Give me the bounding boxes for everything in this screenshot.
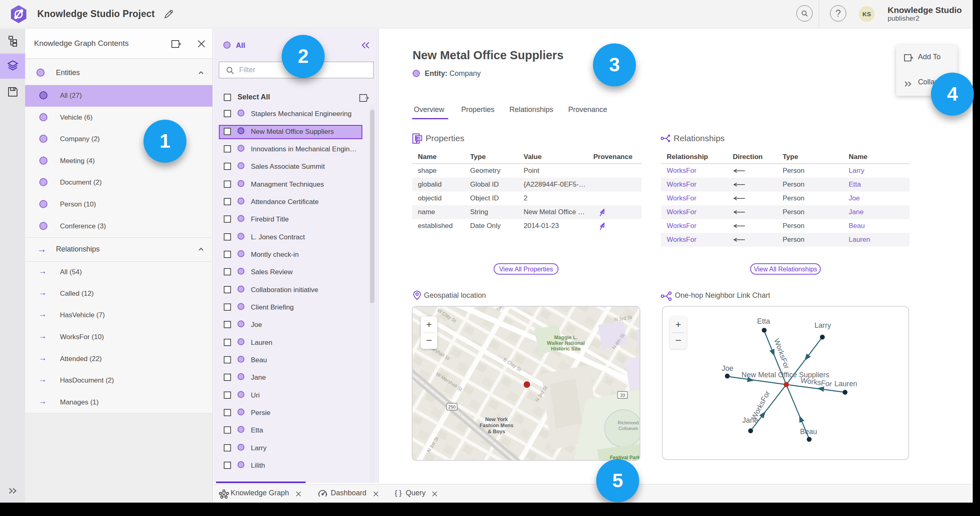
svg-text:Coliseum: Coliseum (618, 426, 638, 431)
svg-text:Walker National: Walker National (547, 340, 584, 346)
svg-text:Lauren: Lauren (834, 380, 857, 388)
svg-text:Richmond: Richmond (618, 420, 639, 425)
svg-text:& Boys: & Boys (488, 429, 505, 434)
svg-text:Maggie L.: Maggie L. (554, 335, 578, 340)
svg-text:Beau: Beau (800, 428, 817, 436)
svg-text:33: 33 (620, 393, 625, 398)
svg-text:WorksFor: WorksFor (750, 389, 772, 421)
svg-text:New York: New York (485, 417, 508, 422)
svg-text:250: 250 (448, 404, 456, 409)
svg-text:Larry: Larry (814, 321, 831, 329)
svg-text:Fashion Mens: Fashion Mens (479, 423, 513, 428)
svg-text:Historic Site: Historic Site (551, 346, 581, 352)
svg-text:Joe: Joe (721, 364, 733, 372)
svg-text:WorksFor: WorksFor (772, 338, 791, 370)
svg-text:Etta: Etta (757, 317, 770, 325)
